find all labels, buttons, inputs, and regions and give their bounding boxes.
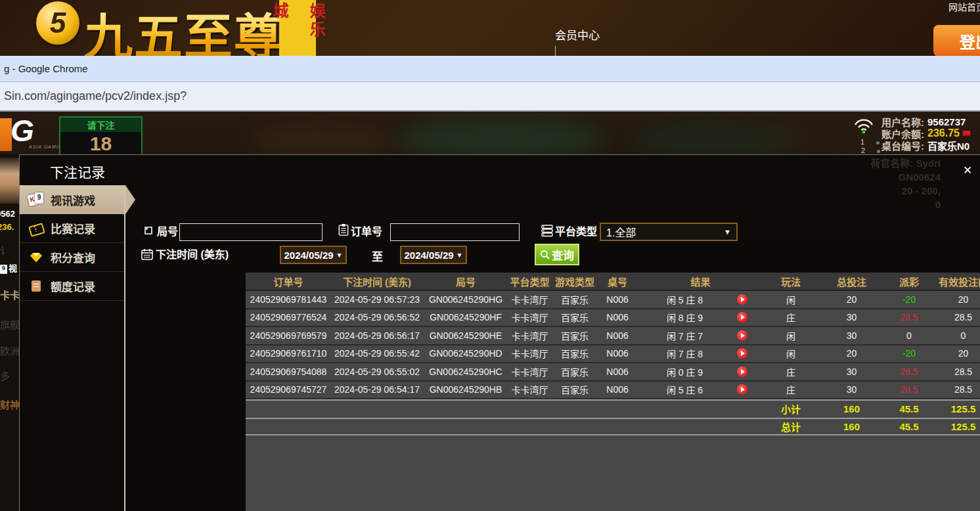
left-strip: 9562236.讠视卡卡旗舰厅欧洲厅多财神 [0,154,19,511]
sidebar-item-额度记录[interactable]: 额度记录 [20,272,125,301]
column-header-round_no: 局号 [423,273,508,290]
flag-icon [962,130,971,137]
cell-result: 闲 0 庄 9 [636,363,765,380]
ticket-icon [28,221,45,236]
site-link-partial[interactable]: 网站首页 [948,0,980,12]
date-from-value: 2024/05/29 [284,250,334,261]
calendar-icon [141,248,154,261]
summary-cell-bet_time [331,401,423,418]
summary-cell-table_no [598,401,636,418]
cell-platform: 卡卡湾厅 [508,309,551,326]
cell-platform: 卡卡湾厅 [508,363,551,380]
result-text: 闲 7 庄 8 [667,347,703,360]
cell-total_bet: 30 [817,309,886,326]
cell-result: 闲 8 庄 9 [636,309,765,326]
cell-payout: 28.5 [886,309,932,326]
cell-order_no: 240529069754088 [246,363,331,380]
cell-round_no: GN006245290HG [423,291,508,308]
cell-round_no: GN006245290HE [423,327,508,344]
cell-platform: 卡卡湾厅 [508,327,551,344]
query-button[interactable]: 查询 [535,244,579,265]
order-number-input[interactable] [390,223,520,241]
dialog-header: 下注记录 ✕ [20,155,980,185]
cell-table_no: N006 [598,345,636,363]
cell-valid_bet: 28.5 [932,363,980,380]
table-number-value: 百家乐N0 [927,139,969,152]
bet-countdown-value: 18 [60,132,141,156]
summary-row: 总计16045.5125.5 [246,418,980,436]
background-partial-text: 讠 [0,243,10,257]
brand-coin-digit: 5 [50,7,66,39]
date-from-picker[interactable]: 2024/05/29 ▼ [280,246,347,264]
cell-table_no: N006 [598,363,636,380]
result-text: 闲 5 庄 8 [667,293,703,306]
cell-game_type: 百家乐 [551,309,598,326]
nav-separator: ｜ [550,43,605,56]
result-text: 闲 0 庄 9 [667,365,703,378]
summary-cell-payout: 45.5 [886,419,932,435]
round-number-label: 局号 [157,223,178,240]
nav-link[interactable]: 会员中心 [555,26,600,43]
cell-platform: 卡卡湾厅 [508,382,551,399]
platform-type-select[interactable]: 1.全部 ▼ [600,223,738,241]
sidebar-item-积分查询[interactable]: 积分查询 [20,243,125,272]
cell-bet_time: 2024-05-29 06:56:17 [331,327,423,344]
date-to-label: 至 [372,248,383,264]
cell-bet_type: 闲 [765,327,817,344]
sidebar-item-视讯游戏[interactable]: K9视讯游戏 [20,185,125,214]
play-button[interactable] [737,348,747,359]
cell-round_no: GN006245290HD [423,345,508,363]
dialog-title: 下注记录 [50,162,105,181]
summary-cell-bet_time [331,419,423,435]
cell-valid_bet: 28.5 [932,309,980,326]
cell-game_type: 百家乐 [551,363,598,380]
user-name-value: 9562737 [927,116,966,127]
table-row: 2405290697814432024-05-29 06:57:23GN0062… [246,291,980,309]
cell-valid_bet: 20 [932,291,980,308]
dealer-avatar [0,158,19,204]
play-button[interactable] [737,367,747,377]
summary-cell-platform [508,401,551,418]
cell-bet_time: 2024-05-29 06:55:02 [331,363,423,380]
summary-cell-result [636,401,765,418]
cell-order_no: 240529069769579 [246,327,331,344]
cell-result: 闲 7 庄 8 [636,345,765,363]
round-number-input[interactable] [179,223,323,241]
brand-banner: 娱乐城 [279,0,316,56]
cell-game_type: 百家乐 [551,327,598,344]
wifi-icon [853,118,875,134]
sidebar-item-比赛记录[interactable]: 比赛记录 [20,214,125,243]
date-to-picker[interactable]: 2024/05/29 ▼ [400,246,467,264]
cell-bet_time: 2024-05-29 06:56:52 [331,309,423,326]
table-number-label: 桌台编号: [881,139,924,152]
play-button[interactable] [737,294,747,305]
background-partial-text: 卡卡 [0,288,19,301]
play-button[interactable] [737,384,747,395]
tag-icon [142,225,155,238]
chevron-down-icon: ▼ [336,252,343,259]
table-row: 2405290697457272024-05-29 06:54:17GN0062… [246,382,980,400]
user-info-panel: 用户名称: 9562737 账户余额: 236.75 桌台编号: 百家乐N0 [881,116,980,151]
cell-order_no: 240529069761710 [246,345,331,363]
logout-button[interactable]: 登出 [933,25,980,56]
play-button[interactable] [737,330,747,341]
chrome-window-titlebar[interactable]: g - Google Chrome [0,56,980,82]
cell-table_no: N006 [598,309,636,326]
close-icon[interactable]: ✕ [960,163,975,177]
cards-icon: K9 [28,192,45,207]
summary-cell-total_bet: 160 [817,401,886,418]
column-header-result: 结果 [636,273,765,290]
platform-type-label: 平台类型 [555,223,597,240]
user-name-line: 用户名称: 9562737 [881,116,980,127]
summary-cell-result [636,419,765,435]
dialog-content: 局号 订单号 平台类型 1.全部 ▼ [125,185,980,511]
chrome-url-bar[interactable]: Sin.com/agingame/pcv2/index.jsp? [0,82,980,112]
play-button[interactable] [737,312,747,322]
table-row: 2405290697695792024-05-29 06:56:17GN0062… [246,327,980,345]
cell-bet_time: 2024-05-29 06:57:23 [331,291,423,308]
summary-cell-order_no [246,419,331,435]
cell-game_type: 百家乐 [551,291,598,308]
cell-round_no: GN006245290HB [423,382,508,399]
cell-game_type: 百家乐 [551,382,598,399]
column-header-bet_type: 玩法 [765,273,817,290]
